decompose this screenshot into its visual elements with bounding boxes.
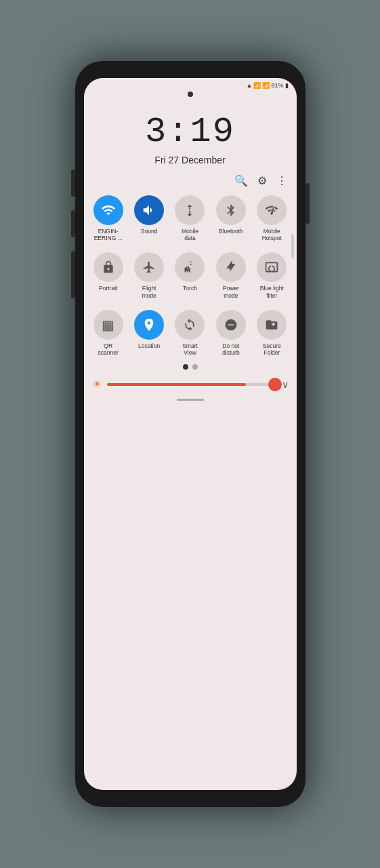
- brightness-row: ☀ ∨: [84, 375, 297, 393]
- volume-down-button[interactable]: [71, 210, 75, 237]
- tiles-row1: ENGIN-EERING ... Sound Mobiledata Blueto…: [84, 193, 297, 244]
- clock-time: 3:19: [84, 112, 297, 152]
- page-dot-2: [192, 364, 198, 370]
- tile-icon-dnd[interactable]: [216, 310, 246, 340]
- tile-bluetooth[interactable]: Bluetooth: [212, 195, 250, 241]
- phone-frame: ▲ 📶 📶 81% ▮ 3:19 Fri 27 December 🔍 ⚙ ⋮: [75, 61, 305, 807]
- battery-icon: ▮: [285, 82, 289, 89]
- tile-power-mode[interactable]: Powermode: [212, 252, 250, 298]
- tile-label-smart-view: SmartView: [182, 342, 198, 356]
- tile-icon-power-mode[interactable]: [216, 252, 246, 282]
- tile-label-sound: Sound: [141, 228, 158, 235]
- brightness-icon: ☀: [92, 378, 102, 391]
- phone-screen: ▲ 📶 📶 81% ▮ 3:19 Fri 27 December 🔍 ⚙ ⋮: [84, 78, 297, 790]
- tile-sound[interactable]: Sound: [130, 195, 168, 241]
- scroll-indicator: [291, 234, 294, 258]
- tile-label-engineering: ENGIN-EERING ...: [94, 228, 123, 241]
- panel-header: 🔍 ⚙ ⋮: [84, 169, 297, 193]
- tile-torch[interactable]: Torch: [171, 252, 209, 298]
- tile-icon-secure-folder[interactable]: [257, 310, 287, 340]
- power-button[interactable]: [305, 183, 310, 224]
- tile-hotspot[interactable]: MobileHotspot: [253, 195, 291, 241]
- tile-label-location: Location: [138, 342, 160, 349]
- status-bar: ▲ 📶 📶 81% ▮: [84, 78, 297, 90]
- tile-label-mobile-data: Mobiledata: [182, 228, 198, 241]
- tile-icon-qr[interactable]: ▦: [93, 310, 123, 340]
- volume-up-button[interactable]: [71, 170, 75, 197]
- search-icon[interactable]: 🔍: [234, 174, 248, 187]
- tile-label-qr: QRscanner: [98, 342, 119, 356]
- tile-icon-mobile-data[interactable]: [175, 195, 205, 225]
- battery-text: 81%: [271, 82, 283, 89]
- tile-mobile-data[interactable]: Mobiledata: [171, 195, 209, 241]
- tile-icon-smart-view[interactable]: [175, 310, 205, 340]
- more-icon[interactable]: ⋮: [276, 174, 287, 187]
- home-indicator[interactable]: [84, 393, 297, 406]
- tile-engineering[interactable]: ENGIN-EERING ...: [89, 195, 127, 241]
- wifi-icon: ▲: [247, 82, 253, 89]
- status-icons: ▲ 📶 📶 81% ▮: [247, 82, 289, 89]
- tile-label-bluetooth: Bluetooth: [219, 228, 243, 235]
- settings-icon[interactable]: ⚙: [257, 174, 267, 187]
- tile-icon-portrait[interactable]: [93, 252, 123, 282]
- tile-icon-location[interactable]: [134, 310, 164, 340]
- expand-icon[interactable]: ∨: [282, 379, 289, 390]
- tiles-row2: Portrait Flightmode Torch Powermode: [84, 250, 297, 301]
- page-dot-1: [183, 364, 188, 370]
- tile-qr[interactable]: ▦ QRscanner: [89, 310, 127, 356]
- tile-label-secure-folder: SecureFolder: [263, 342, 281, 356]
- front-camera: [188, 92, 193, 97]
- brightness-thumb[interactable]: [268, 378, 282, 391]
- tile-label-hotspot: MobileHotspot: [262, 228, 282, 241]
- tile-blue-light[interactable]: Blue lightfilter: [253, 252, 291, 298]
- tile-dnd[interactable]: Do notdisturb: [212, 310, 250, 356]
- tile-smart-view[interactable]: SmartView: [171, 310, 209, 356]
- tile-label-portrait: Portrait: [99, 285, 117, 292]
- brightness-fill: [107, 383, 246, 386]
- tile-location[interactable]: Location: [130, 310, 168, 356]
- tile-icon-blue-light[interactable]: [257, 252, 287, 282]
- tile-label-torch: Torch: [183, 285, 197, 292]
- clock-date: Fri 27 December: [84, 155, 297, 165]
- tile-flight[interactable]: Flightmode: [130, 252, 168, 298]
- tile-icon-bluetooth[interactable]: [216, 195, 246, 225]
- tile-icon-torch[interactable]: [175, 252, 205, 282]
- tile-label-dnd: Do notdisturb: [222, 342, 240, 356]
- clock-area: 3:19 Fri 27 December: [84, 98, 297, 169]
- brightness-slider[interactable]: [107, 383, 276, 386]
- tile-label-power-mode: Powermode: [223, 285, 239, 298]
- page-dots: [84, 359, 297, 375]
- tile-icon-hotspot[interactable]: [257, 195, 287, 225]
- tile-icon-engineering[interactable]: [93, 195, 123, 225]
- signal-icon2: 📶: [262, 82, 270, 89]
- tile-label-blue-light: Blue lightfilter: [260, 285, 284, 298]
- home-bar: [177, 399, 204, 401]
- tiles-row3: ▦ QRscanner Location SmartView: [84, 307, 297, 359]
- tile-label-flight: Flightmode: [142, 285, 156, 298]
- bixby-button[interactable]: [71, 251, 75, 298]
- signal-icon: 📶: [253, 82, 261, 89]
- tile-secure-folder[interactable]: SecureFolder: [253, 310, 291, 356]
- camera-area: [84, 90, 297, 98]
- tile-icon-sound[interactable]: [134, 195, 164, 225]
- tile-portrait[interactable]: Portrait: [89, 252, 127, 298]
- tile-icon-flight[interactable]: [134, 252, 164, 282]
